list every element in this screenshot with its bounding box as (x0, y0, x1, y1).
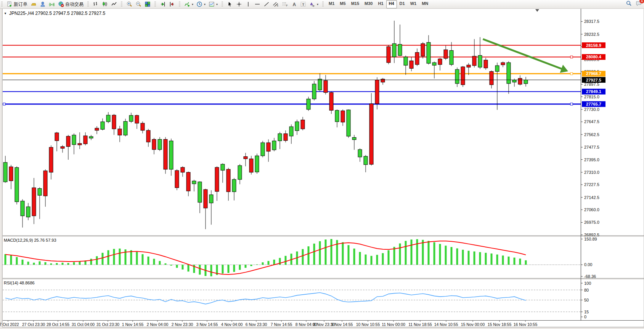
tile-windows-button[interactable] (143, 0, 152, 8)
macd-histogram-bar (136, 252, 138, 265)
price-tick-label: 27395.0 (584, 157, 599, 162)
signals-button[interactable] (47, 0, 56, 8)
vline-icon (245, 1, 251, 7)
community-button[interactable] (38, 0, 47, 8)
text-button[interactable]: A (289, 0, 299, 8)
timeframe-button-h4[interactable]: H4 (386, 0, 397, 8)
macd-histogram-bar (365, 255, 367, 265)
price-tick-label: 27310.0 (584, 170, 599, 175)
macd-histogram-bar (371, 256, 373, 265)
toolbar-grip (87, 2, 89, 7)
rsi-tick-label: 50 (584, 298, 589, 302)
macd-histogram-bar (491, 254, 493, 265)
metaeditor-button[interactable] (29, 0, 38, 8)
search-icon[interactable] (626, 0, 632, 8)
macd-histogram-bar (228, 265, 230, 273)
notifications-icon[interactable]: 1 (636, 0, 642, 8)
trendline-button[interactable] (262, 0, 271, 8)
macd-histogram-bar (148, 257, 149, 265)
price-tag-label: 28158.9 (586, 43, 601, 48)
macd-histogram-bar (353, 249, 355, 265)
date-tick-label: 28 Oct 14:55 (47, 322, 69, 327)
macd-histogram-bar (388, 250, 390, 265)
price-chart[interactable]: 28317.528232.528150.028065.027982.527897… (0, 8, 644, 329)
fibo-icon: F (282, 1, 288, 7)
timeframe-button-m15[interactable]: M15 (348, 0, 362, 8)
candle (249, 156, 253, 175)
candle (312, 81, 316, 100)
macd-tick-label: -68.36 (584, 274, 596, 279)
autotrading-button-label: 自动交易 (65, 1, 84, 8)
arrows-button[interactable]: ▾ (308, 0, 320, 8)
timeframe-button-mn[interactable]: MN (419, 0, 431, 8)
macd-histogram-bar (382, 253, 384, 265)
channel-button[interactable]: E (271, 0, 280, 8)
line-handle[interactable] (3, 103, 5, 105)
bars-icon (93, 1, 99, 7)
chart-background (2, 8, 644, 327)
crosshair-button[interactable] (234, 0, 244, 8)
macd-histogram-bar (416, 239, 418, 265)
horizontal-line-button[interactable] (253, 0, 262, 8)
timeframe-button-w1[interactable]: W1 (408, 0, 419, 8)
macd-histogram-bar (399, 244, 401, 265)
date-tick-label: 31 Oct 04:00 (72, 322, 95, 327)
price-tick-label: 27815.0 (584, 95, 599, 99)
macd-histogram-bar (319, 241, 321, 265)
chevron-down-icon[interactable]: ▾ (204, 3, 206, 6)
candle (421, 42, 425, 58)
date-tick-label: 4 Nov 04:00 (221, 322, 243, 327)
fibonacci-button[interactable]: F (280, 0, 289, 8)
candle (307, 97, 310, 111)
macd-histogram-bar (479, 252, 481, 265)
chart-shift-button[interactable] (167, 0, 177, 8)
price-tick-label: 27142.5 (584, 195, 599, 200)
indicators-button[interactable]: ▾ (183, 0, 195, 8)
timeframe-button-m30[interactable]: M30 (362, 0, 375, 8)
templates-button[interactable]: ▾ (207, 0, 219, 8)
macd-histogram-bar (119, 249, 121, 265)
macd-histogram-bar (428, 241, 430, 265)
chevron-down-icon[interactable]: ▾ (192, 3, 193, 6)
line-handle[interactable] (570, 72, 573, 75)
macd-histogram-bar (348, 245, 350, 265)
line-handle[interactable] (570, 103, 573, 105)
line-handle[interactable] (570, 56, 573, 58)
macd-histogram-bar (67, 263, 69, 265)
macd-histogram-bar (268, 261, 270, 265)
new-order-button[interactable]: 新订单 (5, 0, 29, 8)
one-click-trading-toggle-icon[interactable]: ▼ (4, 12, 7, 15)
candle (175, 169, 179, 190)
macd-histogram-bar (462, 250, 464, 265)
timeframe-button-m1[interactable]: M1 (326, 0, 337, 8)
candlestick-chart-button[interactable] (100, 0, 109, 8)
chevron-down-icon[interactable]: ▾ (317, 3, 318, 6)
candle (255, 154, 259, 174)
timeframe-button-m5[interactable]: M5 (337, 0, 348, 8)
zoom-out-button[interactable] (134, 0, 143, 8)
macd-histogram-bar (79, 261, 81, 265)
macd-histogram-bar (27, 262, 29, 265)
auto-scroll-button[interactable] (158, 0, 167, 8)
periods-button[interactable]: ▾ (195, 0, 207, 8)
timeframe-button-d1[interactable]: D1 (397, 0, 408, 8)
text-label-button[interactable]: T (299, 0, 308, 8)
macd-histogram-bar (45, 262, 47, 265)
macd-indicator-label: MACD(12,26,9) 25.76 57.93 (4, 238, 56, 242)
line-chart-button[interactable] (109, 0, 119, 8)
bar-chart-button[interactable] (91, 0, 100, 8)
price-tick-label: 27227.5 (584, 182, 599, 187)
timeframe-button-h1[interactable]: H1 (375, 0, 386, 8)
vertical-line-button[interactable] (244, 0, 253, 8)
macd-tick-label: 150.89 (584, 237, 597, 241)
macd-histogram-bar (485, 253, 487, 265)
zoom-in-button[interactable] (125, 0, 134, 8)
tline-icon (263, 1, 270, 7)
cursor-button[interactable] (225, 0, 234, 8)
shapes-icon (309, 1, 315, 7)
date-tick-label: 27 Oct 2022 (0, 322, 19, 327)
autotrading-button[interactable]: 自动交易 (56, 0, 85, 8)
chevron-down-icon[interactable]: ▾ (216, 3, 218, 6)
candle (347, 109, 350, 138)
macd-histogram-bar (468, 251, 470, 265)
